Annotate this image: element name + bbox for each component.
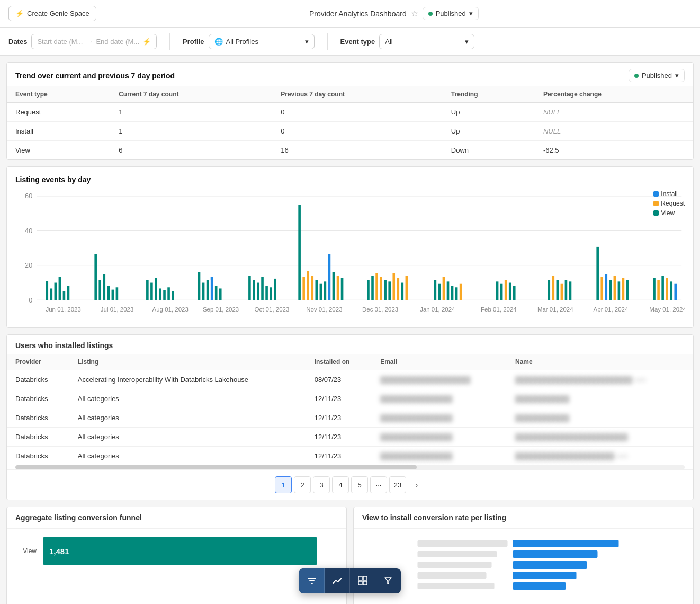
svg-rect-91 bbox=[666, 278, 668, 300]
svg-rect-25 bbox=[167, 287, 170, 300]
col-pct-change: Percentage change bbox=[535, 86, 693, 103]
svg-rect-40 bbox=[274, 279, 276, 300]
current-count-cell: 6 bbox=[110, 141, 272, 160]
svg-rect-62 bbox=[434, 280, 437, 300]
trend-card: Trend over current and previous 7 day pe… bbox=[6, 62, 694, 160]
svg-text:Nov 01, 2023: Nov 01, 2023 bbox=[306, 306, 342, 313]
svg-rect-84 bbox=[614, 276, 616, 300]
page-4-button[interactable]: 4 bbox=[332, 476, 349, 493]
svg-text:Mar 01, 2024: Mar 01, 2024 bbox=[537, 306, 573, 313]
svg-rect-112 bbox=[418, 551, 497, 557]
svg-rect-90 bbox=[661, 276, 664, 300]
legend-install: Install bbox=[653, 190, 685, 198]
svg-rect-61 bbox=[406, 276, 408, 300]
svg-rect-44 bbox=[311, 276, 313, 300]
svg-rect-33 bbox=[219, 288, 222, 300]
svg-rect-51 bbox=[341, 278, 344, 300]
filter-divider-2 bbox=[327, 33, 328, 50]
arrow-right-icon: → bbox=[86, 38, 93, 46]
previous-count-cell: 16 bbox=[272, 141, 443, 160]
svg-rect-113 bbox=[418, 562, 492, 568]
chevron-down-icon: ▾ bbox=[465, 38, 469, 46]
provider-cell: Databricks bbox=[7, 408, 69, 428]
chevron-down-icon: ▾ bbox=[675, 72, 679, 79]
conversion-svg bbox=[362, 537, 685, 601]
toolbar-filter-alt-button[interactable] bbox=[375, 568, 401, 593]
svg-rect-23 bbox=[159, 288, 161, 300]
svg-rect-14 bbox=[94, 254, 97, 300]
pct-change-cell: NULL bbox=[535, 122, 693, 141]
svg-text:Oct 01, 2023: Oct 01, 2023 bbox=[255, 306, 290, 313]
svg-rect-56 bbox=[384, 280, 387, 300]
event-type-select[interactable]: All ▾ bbox=[379, 34, 474, 49]
page-next-button[interactable]: › bbox=[408, 476, 425, 493]
page-1-button[interactable]: 1 bbox=[275, 476, 292, 493]
col-event-type: Event type bbox=[7, 86, 110, 103]
svg-rect-75 bbox=[552, 276, 554, 300]
event-type-label: Event type bbox=[340, 38, 375, 46]
svg-rect-67 bbox=[455, 287, 458, 300]
horizontal-scrollbar[interactable] bbox=[15, 465, 685, 469]
page-5-button[interactable]: 5 bbox=[351, 476, 368, 493]
svg-text:20: 20 bbox=[25, 262, 32, 269]
grid-icon bbox=[357, 575, 368, 586]
funnel-view-bar: 1,481 bbox=[43, 537, 317, 565]
view-color-dot bbox=[653, 210, 659, 216]
header-left: ⚡ Create Genie Space bbox=[8, 6, 96, 21]
svg-rect-27 bbox=[198, 272, 201, 300]
trend-published-button[interactable]: Published ▾ bbox=[629, 69, 685, 82]
svg-rect-76 bbox=[557, 280, 559, 300]
users-card: Users who installed listings Provider Li… bbox=[6, 334, 694, 500]
green-dot-icon bbox=[634, 74, 639, 78]
pct-change-cell: -62.5 bbox=[535, 141, 693, 160]
name-cell: ██████████████████████████ com bbox=[507, 370, 693, 389]
page-23-button[interactable]: 23 bbox=[389, 476, 406, 493]
date-range-picker[interactable]: Start date (M... → End date (M... ⚡ bbox=[31, 34, 157, 49]
trending-cell: Up bbox=[443, 103, 535, 122]
pagination: 1 2 3 4 5 ··· 23 › bbox=[7, 469, 693, 500]
name-cell: ██████████████████████ com bbox=[507, 447, 693, 466]
provider-cell: Databricks bbox=[7, 370, 69, 389]
published-status-button[interactable]: Published ▾ bbox=[423, 7, 479, 20]
svg-text:Sep 01, 2023: Sep 01, 2023 bbox=[203, 306, 239, 313]
create-genie-space-button[interactable]: ⚡ Create Genie Space bbox=[8, 6, 96, 21]
chart-card: Listing events by day 60 40 20 0 bbox=[6, 166, 694, 328]
profile-select[interactable]: 🌐 All Profiles ▾ bbox=[209, 34, 315, 49]
toolbar-grid-button[interactable] bbox=[350, 568, 375, 593]
trend-table-header-row: Event type Current 7 day count Previous … bbox=[7, 86, 693, 103]
table-row: Databricks All categories 12/11/23 █████… bbox=[7, 447, 693, 466]
users-table: Provider Listing Installed on Email Name… bbox=[7, 354, 693, 465]
scrollbar-thumb[interactable] bbox=[15, 465, 417, 469]
header: ⚡ Create Genie Space Provider Analytics … bbox=[0, 0, 700, 28]
star-icon[interactable]: ☆ bbox=[411, 8, 418, 19]
svg-rect-36 bbox=[257, 283, 259, 300]
dates-label: Dates bbox=[8, 38, 27, 46]
svg-rect-117 bbox=[363, 576, 367, 580]
trending-cell: Down bbox=[443, 141, 535, 160]
svg-rect-29 bbox=[207, 280, 209, 300]
svg-rect-11 bbox=[59, 277, 61, 300]
svg-rect-83 bbox=[609, 280, 612, 300]
legend-view: View bbox=[653, 209, 685, 217]
page-3-button[interactable]: 3 bbox=[313, 476, 330, 493]
svg-rect-60 bbox=[401, 283, 404, 300]
users-table-wrapper: Provider Listing Installed on Email Name… bbox=[7, 354, 693, 465]
toolbar-filter-button[interactable] bbox=[299, 568, 325, 593]
previous-count-cell: 0 bbox=[272, 103, 443, 122]
header-center: Provider Analytics Dashboard ☆ Published… bbox=[309, 7, 479, 20]
svg-rect-32 bbox=[215, 286, 218, 300]
lightning-icon: ⚡ bbox=[142, 38, 151, 46]
filter-icon bbox=[307, 575, 317, 586]
col-provider: Provider bbox=[7, 354, 69, 370]
svg-rect-106 bbox=[513, 540, 619, 547]
legend-view-label: View bbox=[661, 209, 675, 217]
toolbar-chart-button[interactable] bbox=[325, 568, 350, 593]
email-cell: ████████████████ bbox=[372, 408, 507, 428]
listing-cell: All categories bbox=[69, 389, 306, 408]
svg-rect-18 bbox=[112, 290, 114, 300]
svg-rect-88 bbox=[653, 278, 656, 300]
svg-rect-79 bbox=[569, 281, 572, 300]
installed-on-cell: 12/11/23 bbox=[306, 428, 372, 447]
svg-text:Jul 01, 2023: Jul 01, 2023 bbox=[101, 306, 134, 313]
page-2-button[interactable]: 2 bbox=[294, 476, 311, 493]
